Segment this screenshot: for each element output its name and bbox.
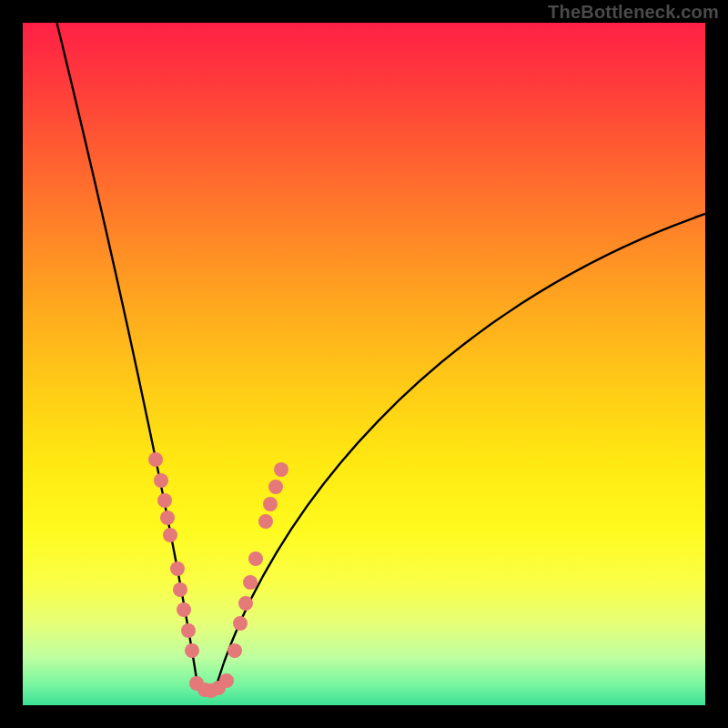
data-point <box>258 514 273 529</box>
data-point <box>268 480 283 494</box>
data-point <box>157 493 172 508</box>
chart-stage: TheBottleneck.com <box>0 0 728 728</box>
data-point <box>181 623 196 638</box>
data-point <box>163 528 177 542</box>
data-point <box>170 561 185 576</box>
data-point <box>185 643 199 658</box>
data-point <box>154 473 168 488</box>
data-point <box>243 575 258 590</box>
watermark-text: TheBottleneck.com <box>548 2 719 23</box>
data-point <box>263 497 278 511</box>
data-point <box>173 582 187 597</box>
data-point <box>219 673 234 688</box>
bottleneck-curve <box>23 23 705 705</box>
data-point <box>248 551 263 566</box>
data-point <box>177 602 191 617</box>
plot-area <box>23 23 705 705</box>
data-point <box>160 511 175 525</box>
data-point <box>274 462 288 477</box>
data-point <box>228 643 242 658</box>
data-point <box>238 596 253 611</box>
